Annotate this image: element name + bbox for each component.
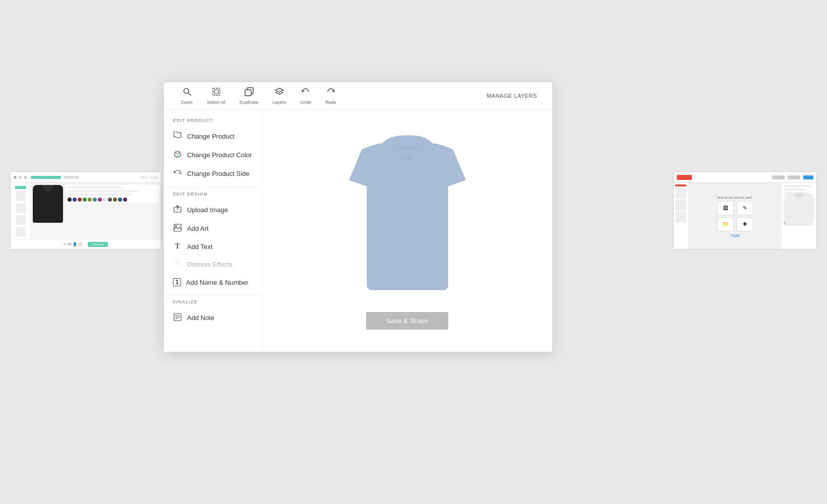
change-product-side-item[interactable]: Change Product Side [164,164,262,183]
duplicate-tool[interactable]: Duplicate [232,84,266,108]
layers-tool[interactable]: Layers [266,84,293,108]
change-product-side-label: Change Product Side [187,170,250,177]
add-name-number-item[interactable]: 1 Add Name & Number [164,274,262,291]
add-text-item[interactable]: T Add Text [164,238,262,255]
add-text-label: Add Text [187,243,212,250]
redo-label: Redo [325,100,336,105]
canvas-area: GILDAN Save & Share [262,110,552,352]
zoom-label: Zoom [181,100,193,105]
upload-image-item[interactable]: Upload Image [164,201,262,219]
select-all-tool[interactable]: Select All [200,84,232,108]
change-product-side-icon [173,169,182,178]
finalize-section-label: FINALIZE [164,299,262,308]
tshirt-preview: GILDAN [329,124,486,306]
manage-layers-button[interactable]: MANAGE LAYERS [482,90,542,102]
svg-point-13 [175,225,177,227]
change-product-color-item[interactable]: Change Product Color [164,146,262,164]
svg-point-7 [174,151,181,157]
svg-text:GILDAN: GILDAN [400,157,414,160]
svg-point-9 [178,153,180,154]
add-note-label: Add Note [187,314,214,322]
main-editor-modal: Zoom Select All Duplicate [164,82,552,352]
modal-body: EDIT PRODUCT Change Product [164,110,552,352]
svg-point-10 [177,155,179,156]
add-art-item[interactable]: Add Art [164,219,262,238]
thumb-continue-button[interactable]: Continue [88,242,108,247]
select-all-label: Select All [207,100,225,105]
section-divider-1 [164,187,262,187]
zoom-icon [183,87,192,99]
edit-design-section-label: EDIT DESIGN [164,192,262,201]
add-art-icon [173,224,182,233]
tshirt-svg: GILDAN [332,130,483,301]
save-share-button[interactable]: Save & Share [366,312,449,330]
undo-tool[interactable]: Undo [293,84,319,108]
add-note-item[interactable]: Add Note [164,308,262,327]
change-product-item[interactable]: Change Product [164,127,262,146]
svg-marker-6 [275,88,283,92]
add-name-number-label: Add Name & Number [186,279,249,286]
svg-rect-3 [214,90,218,94]
right-thumbnail: How do you want to start? 🖼 ✎ 📁 ✚ upload [673,171,817,249]
distress-effects-item: Distress Effects [164,255,262,274]
distress-effects-label: Distress Effects [187,261,232,268]
duplicate-icon [245,87,254,99]
section-divider-2 [164,295,262,295]
undo-icon [301,87,310,99]
add-text-icon: T [173,242,182,250]
change-product-label: Change Product [187,133,234,140]
upload-image-label: Upload Image [187,206,228,214]
change-product-color-label: Change Product Color [187,151,252,159]
add-note-icon [173,313,182,323]
layers-icon [275,87,284,99]
redo-icon [326,87,335,99]
distress-effects-icon [173,260,182,269]
svg-rect-2 [213,88,220,95]
svg-line-1 [188,93,191,95]
upload-image-icon [173,205,182,215]
thumb-right-title: How do you want to start? [718,196,752,199]
zoom-tool[interactable]: Zoom [174,84,200,108]
layers-label: Layers [273,100,286,105]
add-name-number-icon: 1 [173,278,181,286]
duplicate-label: Duplicate [240,100,259,105]
save-btn-area: Save & Share [262,306,552,338]
edit-product-section-label: EDIT PRODUCT [164,118,262,127]
redo-tool[interactable]: Redo [318,84,343,108]
change-product-icon [173,132,182,141]
toolbar: Zoom Select All Duplicate [164,82,552,110]
select-all-icon [212,87,221,99]
undo-label: Undo [301,100,312,105]
svg-rect-5 [245,90,251,96]
left-panel: EDIT PRODUCT Change Product [164,110,262,352]
add-art-label: Add Art [187,225,209,232]
change-product-color-icon [173,150,182,160]
svg-point-8 [175,153,177,154]
left-thumbnail: 🏷 🖼 👤 📋 Continue [10,171,161,249]
